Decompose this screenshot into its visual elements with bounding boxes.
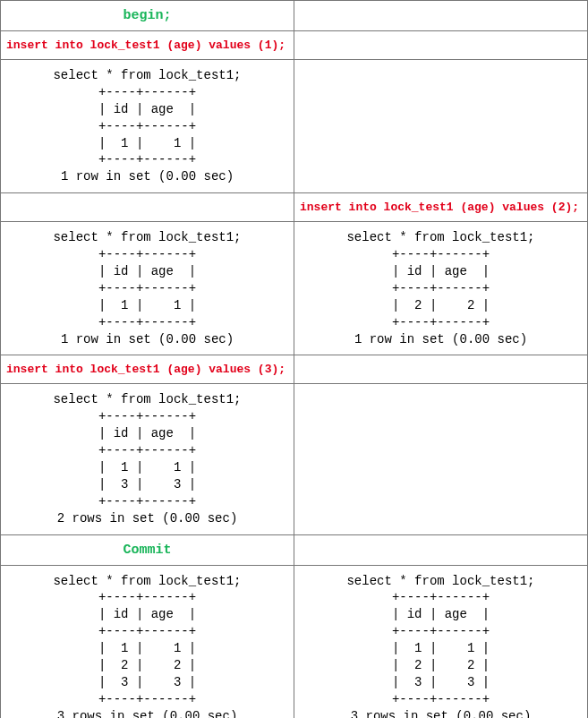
table-row: insert into lock_test1 (age) values (1);: [1, 31, 588, 60]
session-left-cell: select * from lock_test1; +----+------+ …: [1, 222, 294, 355]
table-row: select * from lock_test1; +----+------+ …: [1, 384, 588, 534]
session-right-cell: insert into lock_test1 (age) values (2);: [294, 193, 588, 222]
table-row: select * from lock_test1; +----+------+ …: [1, 60, 588, 193]
session-left-cell: begin;: [1, 1, 294, 31]
table-row: select * from lock_test1; +----+------+ …: [1, 565, 588, 718]
session-left-cell: select * from lock_test1; +----+------+ …: [1, 384, 294, 534]
session-left-cell: insert into lock_test1 (age) values (1);: [1, 31, 294, 60]
query-result-block: select * from lock_test1; +----+------+ …: [6, 229, 288, 347]
table-row: select * from lock_test1; +----+------+ …: [1, 222, 588, 355]
table-row: insert into lock_test1 (age) values (2);: [1, 193, 588, 222]
session-right-cell: [294, 60, 588, 193]
sql-command-red: insert into lock_test1 (age) values (2);: [300, 201, 582, 214]
session-right-cell: select * from lock_test1; +----+------+ …: [294, 222, 588, 355]
session-right-cell: select * from lock_test1; +----+------+ …: [294, 565, 588, 718]
query-result-block: select * from lock_test1; +----+------+ …: [6, 67, 288, 185]
session-left-cell: select * from lock_test1; +----+------+ …: [1, 60, 294, 193]
session-right-cell: [294, 384, 588, 534]
sql-command-red: insert into lock_test1 (age) values (1);: [6, 38, 288, 52]
query-result-block: select * from lock_test1; +----+------+ …: [300, 229, 582, 347]
session-left-cell: select * from lock_test1; +----+------+ …: [1, 565, 294, 718]
session-right-cell: [294, 1, 588, 31]
session-left-cell: insert into lock_test1 (age) values (3);: [1, 355, 294, 384]
table-row: insert into lock_test1 (age) values (3);: [1, 355, 588, 384]
sql-command-red: insert into lock_test1 (age) values (3);: [6, 363, 288, 376]
session-right-cell: [294, 534, 588, 565]
table-row: Commit: [1, 534, 588, 565]
session-right-cell: [294, 355, 588, 384]
query-result-block: select * from lock_test1; +----+------+ …: [6, 573, 288, 718]
session-left-cell: Commit: [1, 534, 294, 565]
query-result-block: select * from lock_test1; +----+------+ …: [6, 391, 288, 526]
session-comparison-table: begin;insert into lock_test1 (age) value…: [0, 0, 588, 718]
query-result-block: select * from lock_test1; +----+------+ …: [300, 573, 582, 718]
table-row: begin;: [1, 1, 588, 31]
sql-command-green: begin;: [6, 8, 288, 23]
session-right-cell: [294, 31, 588, 60]
sql-command-green: Commit: [6, 543, 288, 558]
session-left-cell: [1, 193, 294, 222]
